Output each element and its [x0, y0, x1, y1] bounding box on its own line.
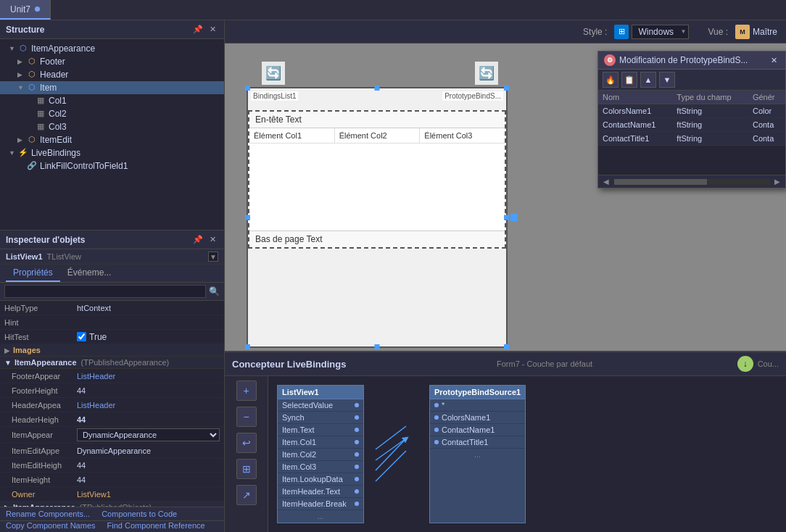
vue-label: Vue :	[708, 27, 728, 37]
tree-item-footer[interactable]: ▶ ⬡ Footer	[0, 55, 224, 68]
dialog-scrollbar[interactable]	[614, 179, 769, 185]
node-dot	[355, 415, 359, 420]
node-item[interactable]: Item.Text	[278, 424, 363, 436]
prop-footerheight: FooterHeight 44	[0, 383, 224, 398]
node-item[interactable]: Synch	[278, 412, 363, 424]
tree-item-col3[interactable]: ▦ Col3	[0, 120, 224, 133]
canvas-top-icons: 🔄 🔄	[261, 61, 499, 86]
listview-container: En-tête Text Élément Col1 Élément Col2 É…	[248, 110, 506, 249]
cell-gen: Conta	[748, 132, 785, 146]
section-expand[interactable]: ▶	[4, 346, 10, 354]
nav-left[interactable]: ◀	[601, 177, 611, 186]
node-dot	[355, 477, 359, 481]
tree-label: ItemAppearance	[31, 43, 95, 54]
prototype-icon[interactable]: 🔄	[474, 61, 499, 86]
rename-components[interactable]: Rename Components...	[6, 510, 90, 518]
up-icon[interactable]: ▲	[640, 72, 656, 88]
tree-item-itemedit[interactable]: ▶ ⬡ ItemEdit	[0, 133, 224, 146]
tree-label: LinkFillControlToField1	[40, 161, 128, 171]
dropdown-icon[interactable]: ▼	[208, 252, 218, 262]
tree-item-col1[interactable]: ▦ Col1	[0, 94, 224, 107]
tree-item-col2[interactable]: ▦ Col2	[0, 107, 224, 120]
scrollbar-thumb	[614, 179, 707, 185]
node-more[interactable]: ...	[430, 449, 525, 460]
tree-item-header[interactable]: ▶ ⬡ Header	[0, 68, 224, 81]
flame-icon[interactable]: 🔥	[603, 72, 619, 88]
node-item[interactable]: ItemHeader.Text	[278, 486, 363, 498]
node-item[interactable]: ColorsName1	[430, 412, 525, 424]
sel-handle-top	[375, 86, 380, 91]
sel-handle-br	[504, 344, 509, 349]
node-item[interactable]: *	[430, 399, 525, 412]
node-item[interactable]: Item.Col3	[278, 461, 363, 473]
node-dot	[355, 428, 359, 432]
cell-gen: Color	[748, 104, 785, 118]
tab-unit7[interactable]: Unit7	[0, 0, 51, 20]
down-icon[interactable]: ▼	[659, 72, 675, 88]
node-item[interactable]: ContactTitle1	[430, 436, 525, 449]
tree-label: Header	[40, 70, 68, 80]
lb-undo-btn[interactable]: ↩	[236, 433, 257, 453]
lb-remove-btn[interactable]: −	[236, 407, 257, 427]
copy-icon[interactable]: 📋	[621, 72, 637, 88]
close-icon[interactable]: ✕	[207, 24, 218, 36]
tree-label: Col2	[49, 109, 67, 119]
node-more[interactable]: ...	[278, 510, 363, 522]
lb-down-btn[interactable]: ↓	[737, 356, 753, 372]
lb-arrow-btn[interactable]: ↗	[236, 485, 257, 505]
prop-value: 44	[77, 461, 220, 470]
hittest-checkbox[interactable]	[77, 332, 86, 341]
tree-item-item[interactable]: ▼ ⬡ Item	[0, 81, 224, 94]
copy-component-names[interactable]: Copy Component Names	[6, 521, 96, 530]
inspector-tabs: Propriétés Événeme...	[0, 265, 224, 283]
tree-item-itemappearance[interactable]: ▼ ⬡ ItemAppearance	[0, 42, 224, 55]
prop-name: ItemHeight	[4, 475, 77, 484]
table-row: ColorsName1 ftString Color	[598, 104, 785, 118]
tree-item-linkfill[interactable]: 🔗 LinkFillControlToField1	[0, 159, 224, 173]
bindings-icon[interactable]: 🔄	[261, 61, 286, 86]
prop-name: HeaderAppea	[4, 401, 77, 410]
listview-empty-area	[249, 144, 505, 230]
find-component-reference[interactable]: Find Component Reference	[107, 521, 205, 530]
node-item[interactable]: SelectedValue	[278, 399, 363, 412]
components-to-code[interactable]: Components to Code	[102, 510, 177, 518]
inspector-class-row: ListView1 TListView ▼	[0, 249, 224, 265]
top-tab-bar: Unit7	[0, 0, 786, 20]
pin-icon[interactable]: 📌	[192, 24, 204, 36]
tab-events[interactable]: Événeme...	[60, 265, 119, 282]
right-area: Style : ⊞ Windows Vue : M Maître	[225, 20, 786, 532]
sel-handle-bottom	[375, 344, 380, 349]
prop-name: FooterHeight	[4, 386, 77, 395]
node-item[interactable]: Item.Col2	[278, 449, 363, 461]
dialog-close-icon[interactable]: ✕	[768, 54, 779, 66]
prop-value: True	[77, 332, 220, 342]
node-item[interactable]: ItemHeader.Break	[278, 498, 363, 510]
search-icon[interactable]: 🔍	[209, 286, 220, 296]
node-header-listview: ListView1	[278, 386, 363, 399]
section-name: Images	[13, 346, 41, 354]
svg-line-3	[376, 426, 406, 449]
node-item[interactable]: ContactName1	[430, 424, 525, 436]
vue-icon: M	[735, 25, 750, 39]
tab-modified-dot	[35, 7, 40, 12]
live-bindings-section: Concepteur LiveBindings Form7 - Couche p…	[225, 351, 786, 532]
node-item[interactable]: Item.Col1	[278, 436, 363, 449]
itemappear-select[interactable]: DynamicAppearance	[77, 428, 220, 441]
prop-value: 44	[77, 475, 220, 484]
lb-add-btn[interactable]: +	[236, 381, 257, 401]
pin-icon[interactable]: 📌	[192, 234, 204, 246]
nav-right[interactable]: ▶	[772, 177, 782, 186]
tab-properties[interactable]: Propriétés	[6, 265, 60, 282]
search-input[interactable]	[4, 285, 206, 298]
dialog-empty-area	[598, 146, 785, 175]
prop-group-itemappearance2[interactable]: ▶ ItemAppearance (TPublishedObjects)	[0, 502, 224, 507]
tree-item-livebindings[interactable]: ▼ ⚡ LiveBindings	[0, 146, 224, 159]
style-select[interactable]: Windows	[632, 25, 689, 39]
node-item[interactable]: Item.LookupData	[278, 473, 363, 486]
close-icon[interactable]: ✕	[207, 234, 218, 246]
prop-value: ListHeader	[77, 401, 220, 410]
lb-grid-btn[interactable]: ⊞	[236, 459, 257, 479]
prop-group-itemappearance[interactable]: ▼ ItemAppearance (TPublishedAppearance)	[0, 357, 224, 369]
prop-hittest: HitTest True	[0, 330, 224, 344]
dialog-title: ⚙ Modification de PrototypeBindS...	[604, 54, 748, 66]
